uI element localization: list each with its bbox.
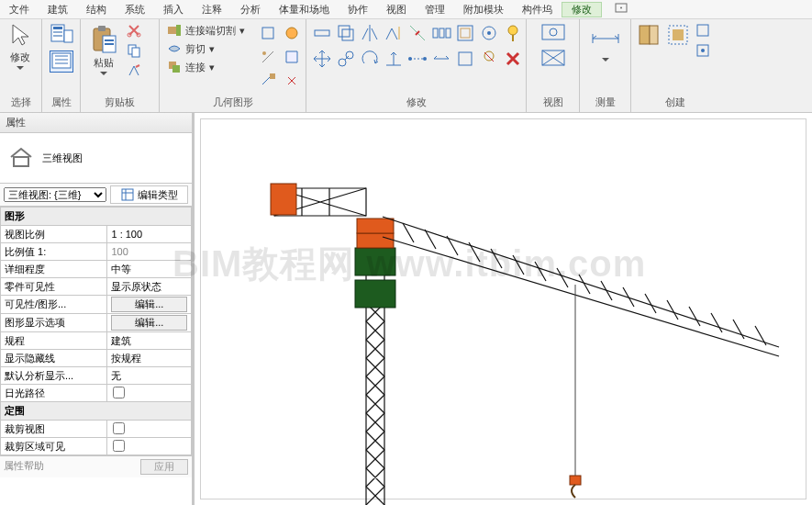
create-icon[interactable]	[637, 23, 661, 49]
ribbon-group-label: 视图	[527, 94, 579, 112]
menu-file[interactable]: 文件	[0, 3, 39, 17]
default-analysis-value[interactable]: 无	[107, 367, 192, 385]
view-icon[interactable]	[540, 23, 566, 43]
show-hidden-value[interactable]: 按规程	[107, 350, 192, 367]
delete-icon[interactable]	[503, 49, 523, 69]
menu-systems[interactable]: 系统	[116, 3, 154, 17]
measure-icon[interactable]	[589, 30, 622, 49]
trim-icon[interactable]	[384, 49, 404, 69]
icon[interactable]	[479, 23, 499, 43]
pin-icon[interactable]	[503, 23, 523, 43]
discipline-value[interactable]: 建筑	[107, 332, 192, 350]
section-graphics: 图形	[1, 208, 192, 226]
view-canvas[interactable]	[200, 118, 806, 499]
ribbon-group-geometry: 连接端切割 ▾ 剪切 ▾ 连接 ▾	[160, 19, 306, 112]
svg-rect-5	[53, 35, 62, 37]
unpin-icon[interactable]	[479, 49, 499, 69]
array-icon[interactable]	[431, 23, 451, 43]
panel-family-name: 三维视图	[42, 152, 83, 165]
mirror-draw-icon[interactable]	[384, 23, 404, 43]
properties-help-link[interactable]: 属性帮助	[4, 459, 44, 475]
match-icon[interactable]	[127, 63, 141, 80]
menu-arch[interactable]: 建筑	[39, 3, 77, 17]
menu-annotate[interactable]: 注释	[193, 3, 231, 17]
create-small-icon[interactable]	[695, 23, 710, 39]
edit-type-button[interactable]: 编辑类型	[110, 185, 188, 204]
view-canvas-wrap	[195, 113, 812, 505]
icon[interactable]	[431, 49, 451, 69]
view-icon[interactable]	[540, 49, 566, 69]
cut-icon[interactable]	[127, 23, 141, 39]
apply-button[interactable]: 应用	[140, 459, 188, 475]
crop-visible-checkbox[interactable]	[113, 440, 125, 452]
view-scale-input[interactable]	[111, 229, 187, 240]
svg-rect-3	[53, 27, 62, 29]
vg-edit-button[interactable]: 编辑...	[111, 297, 187, 312]
geom-icon[interactable]	[258, 71, 278, 91]
menu-view[interactable]: 视图	[377, 3, 416, 17]
cut-geom-button[interactable]: 剪切 ▾	[165, 41, 247, 56]
menu-massing[interactable]: 体量和场地	[270, 3, 339, 17]
menu-insert[interactable]: 插入	[154, 3, 193, 17]
menu-collab[interactable]: 协作	[339, 3, 377, 17]
geom-icon[interactable]	[258, 47, 278, 67]
join-button[interactable]: 连接 ▾	[165, 60, 247, 74]
svg-rect-16	[132, 48, 139, 57]
sun-path-checkbox[interactable]	[113, 387, 125, 398]
properties-button[interactable]	[50, 23, 73, 47]
prop-key: 详细程度	[1, 261, 107, 278]
cope-label: 连接端切割	[185, 24, 236, 38]
geom-icon[interactable]	[282, 71, 302, 91]
svg-rect-56	[357, 233, 394, 248]
properties-filter-button[interactable]	[50, 50, 73, 73]
rotate-icon[interactable]	[360, 49, 380, 69]
chevron-down-icon	[602, 58, 609, 62]
menu-struct[interactable]: 结构	[77, 3, 116, 17]
cope-button[interactable]: 连接端切割 ▾	[165, 23, 247, 38]
svg-rect-26	[339, 26, 350, 37]
menu-overflow-icon[interactable]	[606, 3, 640, 16]
offset-icon[interactable]	[336, 23, 356, 43]
detail-level-value[interactable]: 中等	[107, 261, 192, 278]
svg-point-39	[423, 57, 427, 61]
modify-tool-button[interactable]: 修改	[6, 23, 35, 70]
chevron-down-icon	[17, 66, 24, 70]
crop-view-checkbox[interactable]	[113, 422, 125, 434]
menu-manage[interactable]: 管理	[416, 3, 454, 17]
menu-addins[interactable]: 附加模块	[454, 3, 513, 17]
parts-vis-value[interactable]: 显示原状态	[107, 278, 192, 296]
graph-display-edit-button[interactable]: 编辑...	[111, 315, 187, 331]
create-small-icon[interactable]	[695, 43, 710, 60]
svg-rect-20	[172, 65, 180, 73]
split-icon[interactable]	[407, 23, 428, 43]
menu-modify[interactable]: 修改	[562, 2, 602, 17]
icon[interactable]	[455, 49, 475, 69]
svg-rect-49	[697, 25, 708, 36]
menu-analyze[interactable]: 分析	[231, 3, 270, 17]
svg-rect-7	[52, 53, 71, 68]
geom-icon[interactable]	[282, 47, 302, 67]
join-label: 连接	[185, 61, 206, 74]
svg-point-51	[701, 49, 705, 52]
move-icon[interactable]	[312, 49, 332, 69]
paste-button[interactable]: 粘贴	[86, 23, 121, 75]
create-group-icon[interactable]	[666, 23, 690, 49]
copy-modify-icon[interactable]	[336, 49, 356, 69]
copy-icon[interactable]	[127, 43, 141, 60]
prop-key: 默认分析显示...	[1, 367, 107, 385]
menu-goujian[interactable]: 构件坞	[513, 3, 562, 17]
type-selector[interactable]: 三维视图: {三维}	[4, 187, 106, 202]
svg-point-23	[262, 51, 266, 55]
svg-rect-21	[262, 28, 273, 39]
extend-icon[interactable]	[407, 49, 428, 69]
align-icon[interactable]	[312, 23, 332, 43]
svg-point-34	[487, 31, 491, 35]
svg-point-1	[620, 7, 622, 9]
mirror-axis-icon[interactable]	[360, 23, 380, 43]
svg-point-38	[408, 57, 412, 61]
geom-icon[interactable]	[258, 23, 278, 43]
ribbon-group-create: 创建	[631, 19, 719, 112]
geom-icon[interactable]	[282, 23, 302, 43]
scale-icon[interactable]	[455, 23, 475, 43]
workspace: 属性 三维视图 三维视图: {三维} 编辑类型 图形 视图比例 比例值 1: 1…	[0, 113, 812, 505]
